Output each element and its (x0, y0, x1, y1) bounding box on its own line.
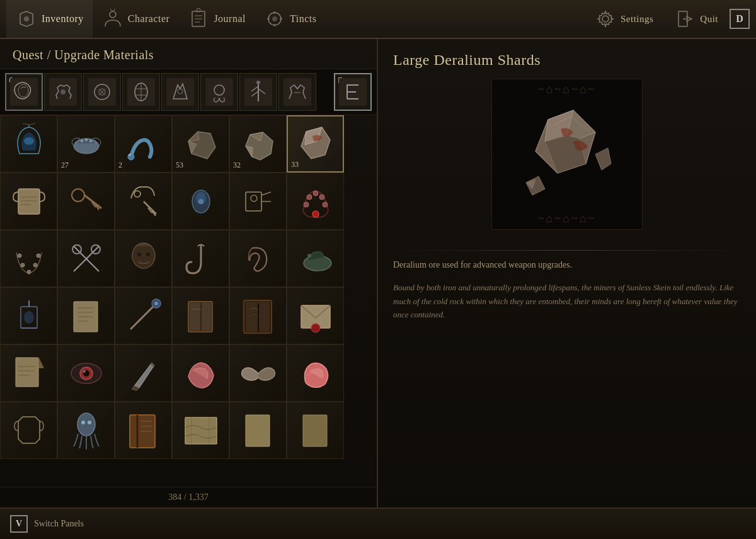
v-key-badge: V (10, 515, 28, 533)
nav-tincts[interactable]: Tincts (255, 0, 325, 38)
item-cell[interactable] (172, 344, 229, 402)
item-cell[interactable] (115, 173, 172, 230)
svg-line-2 (110, 9, 113, 11)
nav-character[interactable]: Character (93, 0, 179, 38)
item-cell[interactable] (0, 115, 57, 173)
nav-journal[interactable]: Journal (178, 0, 255, 38)
svg-point-80 (21, 263, 25, 267)
item-cell[interactable] (172, 173, 229, 230)
item-cell[interactable] (287, 287, 344, 344)
item-cell[interactable] (57, 230, 115, 287)
item-cell[interactable] (115, 230, 172, 287)
svg-line-29 (251, 86, 258, 91)
character-icon (101, 8, 124, 30)
filter-slot-6[interactable] (239, 73, 277, 111)
item-cell[interactable]: 33 (287, 115, 344, 173)
item-cell[interactable] (172, 402, 229, 459)
svg-line-31 (258, 89, 265, 94)
nav-right-group: Settings Quit D (585, 8, 750, 30)
filter-q-slot[interactable]: Q (5, 73, 43, 111)
item-thumbnail (293, 236, 338, 281)
filter-slot-7[interactable] (278, 73, 316, 111)
svg-point-76 (323, 202, 328, 207)
svg-point-41 (81, 140, 83, 142)
item-grid: 27 2 53 32 33 (0, 115, 377, 487)
svg-point-32 (256, 81, 260, 84)
item-grid-container: 27 2 53 32 33 (0, 115, 377, 487)
item-thumbnail (121, 236, 166, 281)
tincts-icon (263, 8, 286, 30)
svg-marker-50 (246, 146, 253, 157)
filter-slot-5[interactable] (200, 73, 238, 111)
filter-slot-4[interactable] (161, 73, 199, 111)
item-count: 384 / 1,337 (168, 492, 208, 502)
item-thumbnail (293, 179, 338, 224)
svg-point-70 (251, 195, 257, 201)
item-cell[interactable] (172, 287, 229, 344)
item-divider-1 (393, 250, 741, 251)
item-thumbnail (293, 293, 338, 339)
item-cell[interactable] (229, 287, 287, 344)
journal-icon (187, 8, 210, 30)
nav-quit[interactable]: Quit (665, 8, 727, 30)
item-thumbnail (121, 293, 166, 339)
main-content: Quest / Upgrade Materials Q (0, 39, 756, 508)
item-cell[interactable] (115, 402, 172, 459)
svg-line-37 (23, 123, 29, 125)
filter-e-slot[interactable]: E (334, 73, 372, 111)
frame-decor-top: ~⌂~⌂~⌂~ (538, 83, 596, 96)
svg-rect-122 (185, 417, 217, 444)
item-cell[interactable] (229, 230, 287, 287)
filter-icon-4 (166, 78, 194, 106)
item-thumbnail (178, 351, 224, 396)
item-cell[interactable] (115, 287, 172, 344)
item-cell[interactable]: 32 (229, 115, 287, 173)
svg-point-120 (88, 421, 91, 424)
item-thumbnail (236, 122, 281, 167)
item-cell[interactable] (287, 173, 344, 230)
item-thumbnail (64, 408, 109, 453)
item-thumbnail (178, 122, 224, 167)
svg-point-90 (307, 254, 311, 258)
filter-slot-1[interactable] (44, 73, 82, 111)
svg-line-62 (144, 201, 156, 214)
item-cell[interactable] (229, 173, 287, 230)
nav-inventory-label: Inventory (42, 13, 84, 25)
item-cell[interactable] (172, 230, 229, 287)
d-key-badge[interactable]: D (730, 9, 750, 29)
nav-character-label: Character (128, 13, 170, 25)
item-cell[interactable] (0, 402, 57, 459)
item-cell[interactable] (287, 230, 344, 287)
item-cell[interactable] (57, 402, 115, 459)
item-count: 53 (176, 161, 183, 170)
item-cell[interactable]: 53 (172, 115, 229, 173)
filter-slot-2[interactable] (83, 73, 121, 111)
filter-q-icon (10, 78, 38, 106)
svg-point-93 (24, 311, 34, 324)
item-cell[interactable] (57, 173, 115, 230)
item-cell[interactable] (57, 344, 115, 402)
item-cell[interactable]: 27 (57, 115, 115, 173)
item-cell[interactable] (0, 173, 57, 230)
item-cell[interactable] (229, 402, 287, 459)
item-thumbnail (6, 179, 52, 224)
item-cell[interactable] (115, 344, 172, 402)
nav-settings[interactable]: Settings (585, 8, 662, 30)
svg-point-119 (81, 421, 85, 424)
switch-panels-label: Switch Panels (34, 519, 84, 529)
item-cell[interactable]: 2 (115, 115, 172, 173)
item-count: 33 (291, 160, 299, 169)
filter-slot-3[interactable] (122, 73, 160, 111)
nav-inventory[interactable]: Inventory (6, 0, 93, 38)
item-cell[interactable] (57, 287, 115, 344)
item-cell[interactable] (229, 344, 287, 402)
item-cell[interactable] (0, 287, 57, 344)
item-cell[interactable] (0, 230, 57, 287)
item-thumbnail (178, 236, 224, 281)
svg-point-58 (72, 189, 84, 201)
item-cell[interactable] (287, 344, 344, 402)
item-cell[interactable] (287, 402, 344, 459)
item-cell[interactable] (0, 344, 57, 402)
svg-point-117 (83, 370, 86, 373)
svg-line-3 (113, 9, 115, 11)
